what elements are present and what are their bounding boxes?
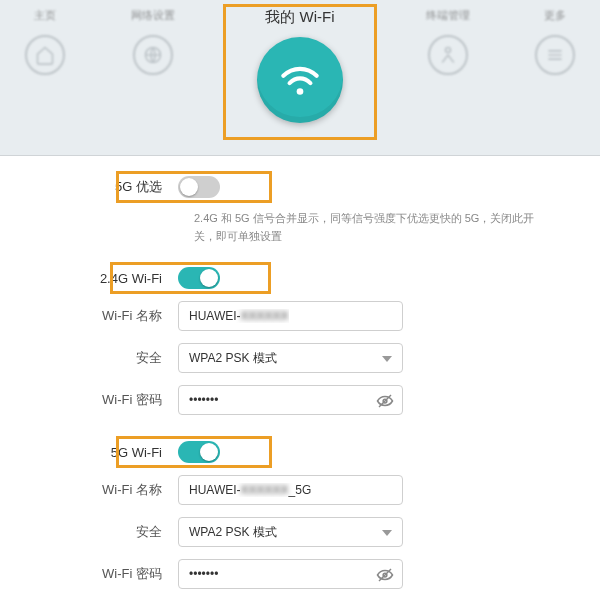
select-24g-security[interactable]: WPA2 PSK 模式 (178, 343, 403, 373)
eye-slash-icon[interactable] (376, 566, 394, 584)
row-24g-password: Wi-Fi 密码 ••••••• (28, 385, 572, 415)
tab-my-wifi[interactable]: 我的 Wi-Fi (225, 0, 375, 140)
row-24g-head: 2.4G Wi-Fi (28, 267, 572, 289)
input-24g-name[interactable]: HUAWEI-XXXXXX (178, 301, 403, 331)
row-24g-name: Wi-Fi 名称 HUAWEI-XXXXXX (28, 301, 572, 331)
svg-point-1 (445, 48, 450, 53)
nav-label: 主页 (34, 8, 56, 23)
eye-slash-icon[interactable] (376, 392, 394, 410)
wifi-settings-content: 5G 优选 2.4G 和 5G 信号合并显示，同等信号强度下优选更快的 5G，关… (0, 156, 600, 611)
desc-5g-prefer: 2.4G 和 5G 信号合并显示，同等信号强度下优选更快的 5G，关闭此开关，即… (194, 210, 554, 245)
nav-label: 网络设置 (131, 8, 175, 23)
devices-icon (428, 35, 468, 75)
menu-icon (535, 35, 575, 75)
home-icon (25, 35, 65, 75)
label-5g-security: 安全 (28, 523, 178, 541)
label-24g-name: Wi-Fi 名称 (28, 307, 178, 325)
label-24g-password: Wi-Fi 密码 (28, 391, 178, 409)
wifi-icon (257, 37, 343, 123)
nav-label: 终端管理 (426, 8, 470, 23)
label-5g-prefer: 5G 优选 (28, 178, 178, 196)
label-5g-title: 5G Wi-Fi (28, 445, 178, 460)
input-5g-password[interactable]: ••••••• (178, 559, 403, 589)
row-5g-security: 安全 WPA2 PSK 模式 (28, 517, 572, 547)
toggle-5g-prefer[interactable] (178, 176, 220, 198)
row-24g-security: 安全 WPA2 PSK 模式 (28, 343, 572, 373)
nav-item-devices[interactable]: 终端管理 (413, 8, 483, 75)
row-5g-password: Wi-Fi 密码 ••••••• (28, 559, 572, 589)
toggle-24g-enable[interactable] (178, 267, 220, 289)
label-24g-security: 安全 (28, 349, 178, 367)
label-5g-password: Wi-Fi 密码 (28, 565, 178, 583)
row-5g-head: 5G Wi-Fi (28, 441, 572, 463)
nav-label: 更多 (544, 8, 566, 23)
toggle-5g-enable[interactable] (178, 441, 220, 463)
select-5g-security[interactable]: WPA2 PSK 模式 (178, 517, 403, 547)
label-5g-name: Wi-Fi 名称 (28, 481, 178, 499)
row-5g-prefer: 5G 优选 (28, 176, 572, 198)
tab-label: 我的 Wi-Fi (225, 8, 375, 27)
input-5g-name[interactable]: HUAWEI-XXXXXX_5G (178, 475, 403, 505)
nav-item-more[interactable]: 更多 (520, 8, 590, 75)
svg-point-2 (297, 88, 304, 95)
label-24g-title: 2.4G Wi-Fi (28, 271, 178, 286)
input-24g-password[interactable]: ••••••• (178, 385, 403, 415)
row-5g-name: Wi-Fi 名称 HUAWEI-XXXXXX_5G (28, 475, 572, 505)
nav-item-network[interactable]: 网络设置 (118, 8, 188, 75)
nav-item-home[interactable]: 主页 (10, 8, 80, 75)
globe-icon (133, 35, 173, 75)
header-bar: 主页 网络设置 终端管理 更多 我的 Wi-Fi (0, 0, 600, 156)
